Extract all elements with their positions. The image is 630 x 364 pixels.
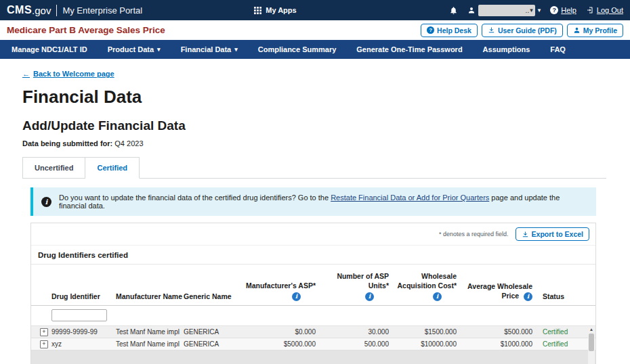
- back-link-label: Back to Welcome page: [33, 70, 114, 78]
- user-guide-button[interactable]: User Guide (PDF): [482, 24, 563, 37]
- nav-item-label: Financial Data: [181, 45, 232, 53]
- logout-label: Log Out: [597, 6, 623, 14]
- drug-identifier-filter-input[interactable]: [51, 309, 107, 321]
- caret-down-icon: ▾: [157, 47, 161, 53]
- nav-item-label: Assumptions: [483, 45, 530, 53]
- tab-bar: Uncertified Certified: [22, 157, 606, 179]
- restate-financial-data-link[interactable]: Restate Financial Data or Add for Prior …: [331, 194, 489, 202]
- nav-item-compliance-summary[interactable]: Compliance Summary: [248, 40, 347, 59]
- tab-certified[interactable]: Certified: [85, 157, 140, 179]
- table-empty-area: [31, 350, 595, 364]
- cell-manufacturers-asp: $5000.000: [284, 340, 318, 348]
- cell-number-of-asp-units: 30.000: [368, 328, 391, 336]
- header-label: Status: [543, 292, 564, 301]
- table-title: Drug Identifiers certified: [31, 245, 595, 264]
- cell-manufacturer-name: Test Manf Name impl: [116, 328, 184, 336]
- expand-cell: +: [31, 328, 51, 336]
- header-label: Number of ASP Units*: [318, 271, 389, 290]
- nav-item-financial-data[interactable]: Financial Data ▾: [171, 40, 248, 59]
- column-header-manufacturer-name: Manufacturer Name: [116, 267, 184, 301]
- cell-average-wholesale-price: $1000.000: [501, 340, 534, 348]
- notifications-bell-icon[interactable]: [449, 6, 458, 15]
- info-banner: i Do you want to update the financial da…: [30, 187, 596, 216]
- nav-item-assumptions[interactable]: Assumptions: [473, 40, 541, 59]
- nav-item-label: Manage NDC1/ALT ID: [12, 45, 87, 53]
- caret-down-icon: ▾: [530, 7, 533, 14]
- table-body: + 99999-9999-99 Test Manf Name impl GENE…: [31, 326, 595, 364]
- column-header-generic-name: Generic Name: [184, 267, 242, 301]
- info-icon[interactable]: i: [433, 292, 442, 301]
- info-banner-text: Do you want to update the financial data…: [59, 194, 588, 210]
- submission-period-label: Data being submitted for:: [22, 139, 112, 147]
- cell-drug-identifier: 99999-9999-99: [51, 328, 116, 336]
- certified-table-panel: * denotes a required field. Export to Ex…: [30, 223, 596, 364]
- user-menu[interactable]: .. ▾ ▾: [467, 5, 541, 16]
- download-icon: [488, 26, 495, 34]
- cell-average-wholesale-price: $500.000: [504, 328, 534, 336]
- nav-item-label: Compliance Summary: [258, 45, 337, 53]
- column-header-status: Status: [534, 267, 595, 301]
- tab-uncertified[interactable]: Uncertified: [22, 157, 85, 179]
- main-nav: Manage NDC1/ALT ID Product Data ▾ Financ…: [0, 40, 630, 59]
- table-row: + 99999-9999-99 Test Manf Name impl GENE…: [31, 326, 595, 338]
- table-filter-row: [31, 306, 595, 326]
- cms-logo-text: CMS: [7, 4, 32, 16]
- grid-icon: [254, 7, 261, 14]
- app-title: Medicare Part B Average Sales Price: [7, 25, 165, 35]
- column-header-drug-identifier: Drug Identifier: [51, 267, 116, 301]
- info-icon[interactable]: i: [524, 292, 532, 301]
- info-icon[interactable]: i: [292, 292, 301, 301]
- portal-name: My Enterprise Portal: [62, 5, 142, 16]
- scrollbar-thumb[interactable]: [589, 334, 594, 351]
- download-icon: [522, 231, 529, 238]
- nav-item-product-data[interactable]: Product Data ▾: [98, 40, 171, 59]
- cell-number-of-asp-units: 500.000: [364, 340, 391, 348]
- my-apps-button[interactable]: My Apps: [254, 6, 296, 14]
- nav-item-generate-one-time-password[interactable]: Generate One-Time Password: [346, 40, 472, 59]
- user-name-truncated: ..: [526, 7, 530, 14]
- help-link[interactable]: ? Help: [550, 6, 576, 14]
- status-badge: Certified: [534, 328, 595, 336]
- help-icon: ?: [550, 6, 558, 14]
- nav-item-label: Product Data: [108, 45, 154, 53]
- app-title-bar: Medicare Part B Average Sales Price ? He…: [0, 20, 630, 40]
- nav-item-faq[interactable]: FAQ: [540, 40, 576, 59]
- my-apps-label: My Apps: [266, 6, 296, 14]
- export-label: Export to Excel: [532, 230, 583, 238]
- nav-item-manage-ndc1-alt-id[interactable]: Manage NDC1/ALT ID: [1, 40, 98, 59]
- info-icon[interactable]: i: [365, 292, 374, 301]
- cell-generic-name: GENERICA: [184, 340, 242, 348]
- help-icon: ?: [427, 26, 434, 34]
- cms-logo-gov: .gov: [32, 5, 51, 16]
- logout-link[interactable]: Log Out: [586, 6, 623, 14]
- scroll-up-arrow-icon[interactable]: ▲: [589, 326, 593, 334]
- header-label: Average Wholesale Price: [467, 282, 532, 300]
- help-desk-label: Help Desk: [437, 26, 471, 35]
- logo-divider: [56, 5, 57, 16]
- user-name-redacted: .. ▾: [478, 5, 535, 16]
- section-title: Add/Update Financial Data: [22, 118, 596, 133]
- my-profile-button[interactable]: My Profile: [567, 24, 623, 37]
- expand-row-button[interactable]: +: [40, 340, 48, 348]
- help-desk-button[interactable]: ? Help Desk: [421, 24, 478, 37]
- expand-column-header: [31, 267, 51, 301]
- cms-logo[interactable]: CMS.gov: [7, 4, 51, 16]
- cell-generic-name: GENERICA: [184, 328, 242, 336]
- column-header-wholesale-acquisition-cost: Wholesale Acquisition Cost* i: [391, 267, 459, 301]
- export-to-excel-button[interactable]: Export to Excel: [516, 227, 589, 241]
- column-header-number-of-asp-units: Number of ASP Units* i: [318, 267, 391, 301]
- required-field-note: * denotes a required field.: [439, 231, 509, 237]
- cell-drug-identifier: xyz: [51, 340, 116, 348]
- info-icon: i: [41, 197, 51, 207]
- table-row: + xyz Test Manf Name impl GENERICA $5000…: [31, 338, 595, 350]
- user-icon: [467, 6, 476, 14]
- header-label: Drug Identifier: [51, 292, 100, 301]
- status-badge: Certified: [534, 340, 595, 348]
- caret-down-icon: ▾: [234, 47, 238, 53]
- back-to-welcome-link[interactable]: ← Back to Welcome page: [22, 70, 114, 78]
- banner-text-before: Do you want to update the financial data…: [59, 194, 331, 202]
- nav-item-label: FAQ: [550, 45, 566, 53]
- header-label: Wholesale Acquisition Cost*: [391, 271, 457, 290]
- expand-row-button[interactable]: +: [40, 328, 48, 336]
- logout-icon: [586, 6, 594, 14]
